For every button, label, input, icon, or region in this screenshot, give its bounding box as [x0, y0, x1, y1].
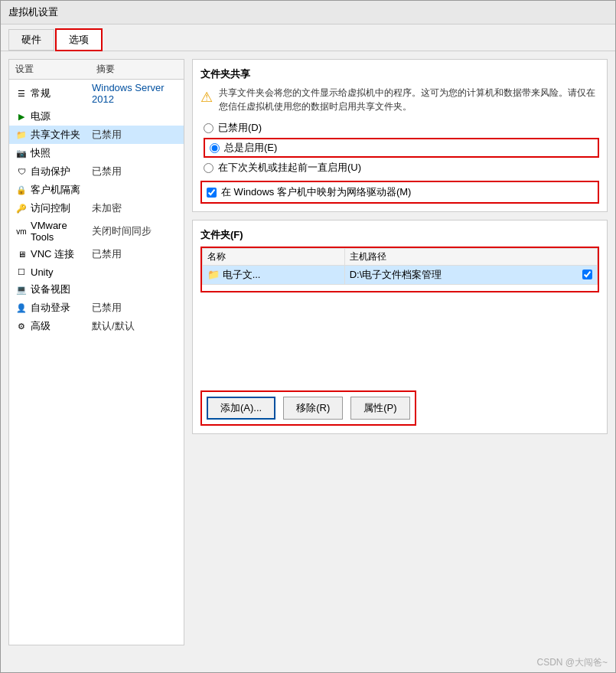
table-row[interactable]: 📁 电子文... D:\电子文件档案管理 [203, 266, 598, 285]
radio-disabled-input[interactable] [204, 123, 213, 133]
folder-row-checkbox[interactable] [582, 270, 592, 279]
folder-table-header-name: 名称 [203, 249, 345, 266]
guest-isolation-label: 客户机隔离 [31, 183, 80, 197]
auto-protect-icon: 🛡 [15, 165, 28, 178]
general-label: 常规 [31, 87, 51, 100]
shared-folders-label: 共享文件夹 [31, 128, 80, 142]
shared-folders-value: 已禁用 [92, 128, 178, 142]
left-item-snapshot[interactable]: 📷 快照 [9, 144, 184, 162]
map-network-drive-row: 在 Windows 客户机中映射为网络驱动器(M) [200, 181, 599, 204]
auto-protect-label: 自动保护 [31, 165, 70, 178]
radio-disabled[interactable]: 已禁用(D) [204, 121, 599, 135]
auto-login-icon: 👤 [15, 302, 28, 314]
left-item-access-control[interactable]: 🔑 访问控制 未加密 [9, 199, 184, 217]
left-panel: 设置 摘要 ☰ 常规 Windows Server 2012 ▶ 电源 [8, 59, 184, 645]
left-item-device-view[interactable]: 💻 设备视图 [9, 280, 184, 299]
folder-table-header-path: 主机路径 [344, 249, 597, 266]
left-item-shared-folders[interactable]: 📁 共享文件夹 已禁用 [9, 126, 184, 144]
left-item-vnc[interactable]: 🖥 VNC 连接 已禁用 [9, 245, 184, 263]
map-network-drive-checkbox[interactable] [207, 188, 217, 198]
folder-section: 文件夹(F) 名称 主机路径 📁 [192, 220, 608, 434]
tab-hardware[interactable]: 硬件 [8, 29, 54, 51]
folder-table: 名称 主机路径 📁 电子文... D:\电 [202, 248, 598, 285]
folder-row-icon: 📁 [207, 269, 223, 280]
vmware-tools-icon: vm [15, 225, 28, 237]
power-icon: ▶ [15, 110, 28, 123]
buttons-row: 添加(A)... 移除(R) 属性(P) [200, 390, 416, 426]
vnc-label: VNC 连接 [31, 247, 74, 261]
col-settings: 设置 [15, 63, 96, 76]
left-item-vmware-tools[interactable]: vm VMware Tools 关闭时间同步 [9, 217, 184, 245]
left-item-power[interactable]: ▶ 电源 [9, 107, 184, 126]
warning-icon: ⚠ [200, 87, 213, 113]
left-item-unity[interactable]: ☐ Unity [9, 263, 184, 280]
unity-icon: ☐ [15, 266, 28, 278]
left-item-auto-login[interactable]: 👤 自动登录 已禁用 [9, 299, 184, 317]
radio-always-label: 总是启用(E) [224, 141, 277, 155]
left-item-general[interactable]: ☰ 常规 Windows Server 2012 [9, 80, 184, 107]
radio-until-poweroff-input[interactable] [204, 163, 213, 173]
folder-share-section: 文件夹共享 ⚠ 共享文件夹会将您的文件显示给虚拟机中的程序。这可为您的计算机和数… [192, 59, 608, 212]
left-item-advanced[interactable]: ⚙ 高级 默认/默认 [9, 317, 184, 335]
folder-section-title: 文件夹(F) [200, 228, 599, 242]
general-value: Windows Server 2012 [92, 82, 178, 105]
unity-label: Unity [31, 266, 54, 278]
title-bar: 虚拟机设置 [1, 1, 615, 25]
folder-row-name: 📁 电子文... [203, 266, 345, 285]
access-control-label: 访问控制 [31, 201, 70, 215]
auto-login-value: 已禁用 [92, 301, 178, 315]
right-panel: 文件夹共享 ⚠ 共享文件夹会将您的文件显示给虚拟机中的程序。这可为您的计算机和数… [192, 59, 608, 645]
advanced-label: 高级 [31, 319, 51, 333]
radio-always[interactable]: 总是启用(E) [204, 138, 599, 158]
main-content: 设置 摘要 ☰ 常规 Windows Server 2012 ▶ 电源 [1, 51, 615, 653]
auto-login-label: 自动登录 [31, 301, 70, 315]
radio-group: 已禁用(D) 总是启用(E) 在下次关机或挂起前一直启用(U) [200, 121, 599, 175]
folder-share-title: 文件夹共享 [200, 67, 599, 81]
shared-folders-icon: 📁 [15, 129, 28, 141]
left-panel-header: 设置 摘要 [9, 60, 184, 80]
radio-always-input[interactable] [210, 143, 220, 153]
folder-table-empty-area [200, 292, 599, 384]
vmware-tools-label: VMware Tools [31, 220, 92, 243]
folder-row-path: D:\电子文件档案管理 [344, 266, 597, 285]
window-title: 虚拟机设置 [8, 6, 58, 18]
warning-text: 共享文件夹会将您的文件显示给虚拟机中的程序。这可为您的计算机和数据带来风险。请仅… [219, 86, 599, 113]
properties-button[interactable]: 属性(P) [350, 397, 409, 420]
left-item-guest-isolation[interactable]: 🔒 客户机隔离 [9, 181, 184, 199]
power-label: 电源 [31, 109, 51, 123]
col-summary: 摘要 [96, 63, 178, 76]
left-item-auto-protect[interactable]: 🛡 自动保护 已禁用 [9, 162, 184, 181]
device-view-label: 设备视图 [31, 283, 70, 296]
access-control-value: 未加密 [92, 201, 178, 215]
main-window: 虚拟机设置 硬件 选项 设置 摘要 ☰ 常规 Windows Server 20… [0, 0, 616, 673]
device-view-icon: 💻 [15, 283, 28, 296]
access-control-icon: 🔑 [15, 202, 28, 214]
remove-button[interactable]: 移除(R) [283, 397, 343, 420]
general-icon: ☰ [15, 87, 28, 100]
vnc-value: 已禁用 [92, 247, 178, 261]
guest-isolation-icon: 🔒 [15, 184, 28, 196]
folder-table-wrapper: 名称 主机路径 📁 电子文... D:\电 [200, 247, 599, 292]
radio-until-poweroff-label: 在下次关机或挂起前一直启用(U) [218, 161, 361, 175]
vnc-icon: 🖥 [15, 248, 28, 260]
watermark: CSDN @大闯爸~ [1, 653, 615, 672]
snapshot-icon: 📷 [15, 147, 28, 159]
radio-until-poweroff[interactable]: 在下次关机或挂起前一直启用(U) [204, 161, 599, 175]
add-button[interactable]: 添加(A)... [207, 397, 275, 420]
warning-box: ⚠ 共享文件夹会将您的文件显示给虚拟机中的程序。这可为您的计算机和数据带来风险。… [200, 86, 599, 113]
radio-disabled-label: 已禁用(D) [218, 121, 262, 135]
auto-protect-value: 已禁用 [92, 165, 178, 178]
map-network-drive-label: 在 Windows 客户机中映射为网络驱动器(M) [221, 185, 411, 199]
advanced-icon: ⚙ [15, 320, 28, 332]
advanced-value: 默认/默认 [92, 319, 178, 333]
tabs-row: 硬件 选项 [1, 25, 615, 51]
snapshot-label: 快照 [31, 146, 51, 160]
tab-options[interactable]: 选项 [56, 29, 102, 51]
vmware-tools-value: 关闭时间同步 [92, 224, 178, 238]
